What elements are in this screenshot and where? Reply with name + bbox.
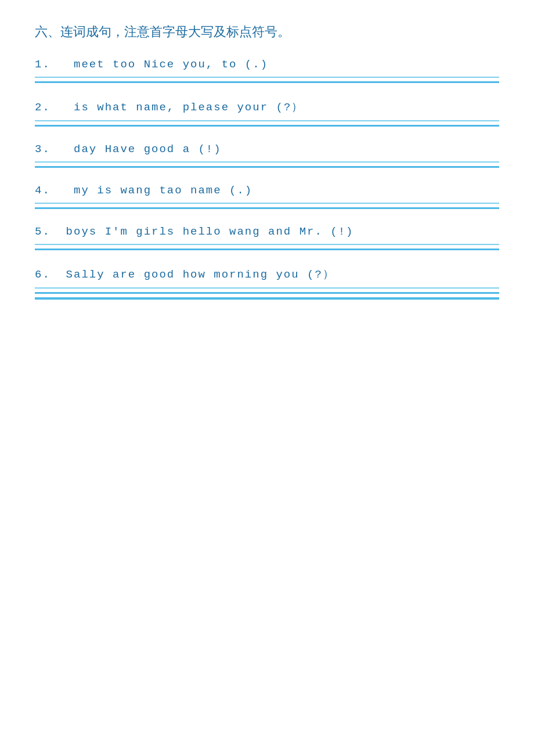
- exercise-item-5: 5. boys I'm girls hello wang and Mr. (!): [35, 225, 499, 250]
- answer-line-thick: [35, 81, 499, 84]
- answer-lines-1: [35, 77, 499, 83]
- answer-lines-5: [35, 244, 499, 250]
- exercise-item-6: 6. Sally are good how morning you (?）: [35, 267, 499, 300]
- answer-line-thick: [35, 207, 499, 210]
- words-line-5: 5. boys I'm girls hello wang and Mr. (!): [35, 225, 499, 238]
- answer-line-thin: [35, 120, 499, 121]
- words-line-3: 3. day Have good a (!): [35, 143, 499, 156]
- answer-line-thin: [35, 287, 499, 289]
- words-line-6: 6. Sally are good how morning you (?）: [35, 267, 499, 282]
- exercise-item-1: 1. meet too Nice you, to (.): [35, 58, 499, 83]
- answer-lines-3: [35, 161, 499, 168]
- exercise-item-4: 4. my is wang tao name (.): [35, 184, 499, 209]
- answer-lines-2: [35, 120, 499, 127]
- exercise-item-3: 3. day Have good a (!): [35, 143, 499, 168]
- words-line-4: 4. my is wang tao name (.): [35, 184, 499, 197]
- answer-lines-4: [35, 203, 499, 209]
- words-line-2: 2. is what name, please your (?）: [35, 99, 499, 114]
- answer-line-thin: [35, 244, 499, 245]
- answer-lines-6: [35, 287, 499, 300]
- answer-line-thick: [35, 125, 499, 127]
- answer-line-thick: [35, 166, 499, 168]
- answer-line-thin: [35, 203, 499, 204]
- answer-line-thick-2: [35, 297, 499, 300]
- answer-line-thick: [35, 292, 499, 294]
- answer-line-thick: [35, 249, 499, 251]
- exercise-item-2: 2. is what name, please your (?）: [35, 99, 499, 127]
- exercise-list: 1. meet too Nice you, to (.) 2. is what …: [35, 58, 499, 300]
- section-title: 六、连词成句，注意首字母大写及标点符号。: [35, 23, 499, 41]
- words-line-1: 1. meet too Nice you, to (.): [35, 58, 499, 71]
- answer-line-thin: [35, 161, 499, 163]
- answer-line-thin: [35, 77, 499, 78]
